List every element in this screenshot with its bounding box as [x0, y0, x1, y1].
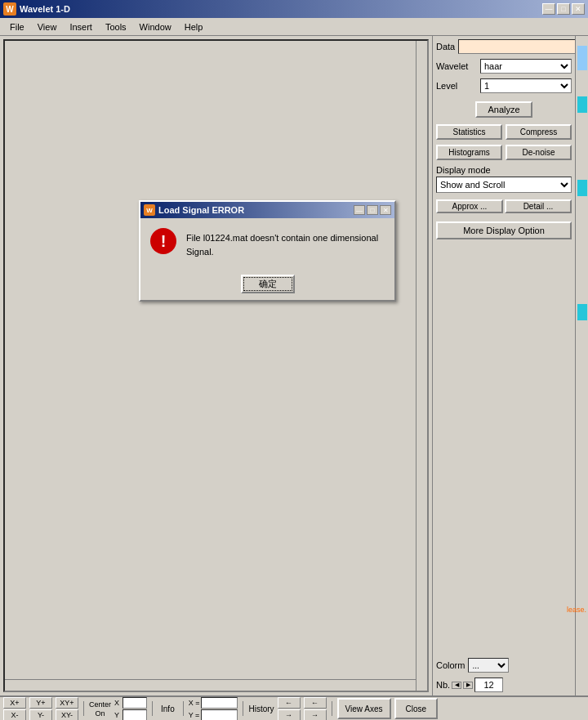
error-dialog: W Load Signal ERROR — □ ✕ ! File l01224.… [139, 200, 396, 302]
dialog-overlay: W Load Signal ERROR — □ ✕ ! File l01224.… [0, 0, 588, 720]
dialog-ok-button[interactable]: 确定 [241, 275, 295, 293]
dialog-title-bar: W Load Signal ERROR — □ ✕ [140, 202, 394, 218]
dialog-content: ! File l01224.mat doesn't contain one di… [140, 218, 394, 268]
dialog-minimize-button[interactable]: — [354, 205, 365, 215]
dialog-message: File l01224.mat doesn't contain one dime… [186, 228, 385, 258]
dialog-restore-button[interactable]: □ [367, 205, 378, 215]
error-icon: ! [150, 228, 176, 254]
dialog-close-button[interactable]: ✕ [380, 205, 391, 215]
dialog-title: Load Signal ERROR [158, 205, 354, 215]
dialog-title-buttons: — □ ✕ [354, 205, 391, 215]
dialog-footer: 确定 [140, 268, 394, 300]
dialog-icon: W [144, 204, 155, 216]
